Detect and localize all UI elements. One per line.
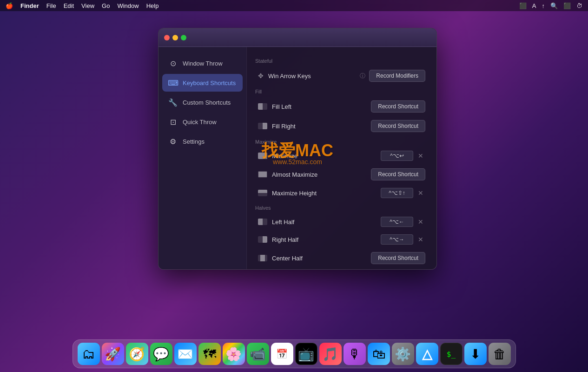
search-icon[interactable]: 🔍 xyxy=(550,2,558,9)
row-almost-maximize: Almost Maximize Record Shortcut xyxy=(254,165,429,184)
keyboard-shortcuts-icon: ⌨ xyxy=(168,78,178,88)
menu-icon-2[interactable]: A xyxy=(532,2,536,9)
right-half-clear-button[interactable]: ✕ xyxy=(416,235,425,244)
downloader-icon: ⬇ xyxy=(470,346,481,362)
sidebar-item-window-throw[interactable]: ⊙ Window Throw xyxy=(162,54,243,72)
dock: 🗂 🚀 🧭 💬 ✉️ 🗺 🌸 📹 📅 📺 🎵 🎙 🛍 ⚙️ △ $_ xyxy=(73,339,516,368)
dock-item-system-prefs[interactable]: ⚙️ xyxy=(392,343,414,365)
dock-item-calendar[interactable]: 📅 xyxy=(271,343,293,365)
sidebar-item-settings[interactable]: ⚙ Settings xyxy=(162,133,243,150)
dock-item-downloader[interactable]: ⬇ xyxy=(464,343,487,365)
dock-item-apple-tv[interactable]: 📺 xyxy=(295,343,317,365)
help-menu[interactable]: Help xyxy=(146,2,159,9)
maximize-shortcut-key: ^⌥↩ xyxy=(381,151,413,161)
apple-tv-icon: 📺 xyxy=(298,346,314,362)
system-prefs-icon: ⚙️ xyxy=(395,346,411,362)
dock-item-safari[interactable]: 🧭 xyxy=(126,343,148,365)
sidebar-label-settings: Settings xyxy=(183,138,205,145)
sidebar-label-window-throw: Window Throw xyxy=(183,60,223,67)
app-window: ⊙ Window Throw ⌨ Keyboard Shortcuts 🔧 Cu… xyxy=(158,28,437,270)
appstore-icon: 🛍 xyxy=(372,346,385,362)
menu-icon-5[interactable]: ⬛ xyxy=(563,2,571,9)
section-header-fill: Fill xyxy=(254,89,429,94)
maximize-label: Maximize xyxy=(272,153,381,159)
finder-menu[interactable]: Finder xyxy=(20,2,39,9)
close-button[interactable] xyxy=(164,35,170,40)
clock-icon[interactable]: ⏱ xyxy=(576,2,582,9)
almost-maximize-label: Almost Maximize xyxy=(272,171,371,178)
altair-icon: △ xyxy=(422,346,432,362)
right-half-icon xyxy=(258,236,267,243)
fill-left-record-button[interactable]: Record Shortcut xyxy=(371,100,425,113)
maximize-clear-button[interactable]: ✕ xyxy=(416,151,425,160)
dock-item-altair[interactable]: △ xyxy=(416,343,438,365)
calendar-icon: 📅 xyxy=(276,348,288,359)
file-menu[interactable]: File xyxy=(46,2,56,9)
main-content[interactable]: Stateful ✥ Win Arrow Keys ⓘ Record Modif… xyxy=(247,47,436,269)
win-arrow-keys-info-icon[interactable]: ⓘ xyxy=(360,72,365,80)
center-half-record-button[interactable]: Record Shortcut xyxy=(371,252,425,264)
section-header-stateful: Stateful xyxy=(254,58,429,64)
dock-item-appstore[interactable]: 🛍 xyxy=(368,343,390,365)
maximize-height-label: Maximize Height xyxy=(272,190,381,197)
row-maximize-height: Maximize Height ^⌥⇧↑ ✕ xyxy=(254,185,429,201)
dock-item-launchpad[interactable]: 🚀 xyxy=(102,343,124,365)
maximize-icon xyxy=(258,153,267,159)
maximize-button[interactable] xyxy=(181,35,186,40)
apple-menu[interactable]: 🍎 xyxy=(6,2,13,9)
menu-icon-1[interactable]: ⬛ xyxy=(519,2,527,9)
right-half-shortcut-display: ^⌥→ ✕ xyxy=(381,234,425,245)
dock-item-messages[interactable]: 💬 xyxy=(150,343,172,365)
minimize-button[interactable] xyxy=(172,35,178,40)
win-arrow-keys-label: Win Arrow Keys xyxy=(268,73,360,80)
window-menu[interactable]: Window xyxy=(117,2,139,9)
section-header-maximize: Maximize xyxy=(254,139,429,145)
menubar-right: ⬛ A ↑ 🔍 ⬛ ⏱ xyxy=(519,2,582,9)
music-icon: 🎵 xyxy=(322,346,338,362)
fill-left-icon xyxy=(258,103,267,110)
mail-icon: ✉️ xyxy=(177,346,193,362)
dock-item-terminal[interactable]: $_ xyxy=(440,343,462,365)
fill-right-record-button[interactable]: Record Shortcut xyxy=(371,120,425,132)
view-menu[interactable]: View xyxy=(81,2,94,9)
sidebar-item-keyboard-shortcuts[interactable]: ⌨ Keyboard Shortcuts xyxy=(162,74,243,92)
trash-icon: 🗑 xyxy=(493,346,506,362)
move-icon: ✥ xyxy=(258,72,264,80)
sidebar: ⊙ Window Throw ⌨ Keyboard Shortcuts 🔧 Cu… xyxy=(159,47,247,269)
row-maximize: Maximize ^⌥↩ ✕ xyxy=(254,147,429,164)
almost-maximize-record-button[interactable]: Record Shortcut xyxy=(371,168,425,180)
menu-icon-3[interactable]: ↑ xyxy=(542,2,545,9)
finder-icon: 🗂 xyxy=(82,346,95,362)
center-half-label: Center Half xyxy=(272,255,371,262)
center-half-icon xyxy=(258,255,267,261)
record-modifiers-button[interactable]: Record Modifiers xyxy=(369,70,425,82)
dock-item-mail[interactable]: ✉️ xyxy=(174,343,197,365)
window-body: ⊙ Window Throw ⌨ Keyboard Shortcuts 🔧 Cu… xyxy=(159,47,436,269)
terminal-icon: $_ xyxy=(447,350,456,359)
sidebar-item-custom-shortcuts[interactable]: 🔧 Custom Shortcuts xyxy=(162,93,243,111)
go-menu[interactable]: Go xyxy=(102,2,110,9)
dock-item-maps[interactable]: 🗺 xyxy=(198,343,221,365)
sidebar-item-quick-throw[interactable]: ⊡ Quick Throw xyxy=(162,113,243,131)
maximize-height-icon xyxy=(258,190,267,196)
maximize-height-clear-button[interactable]: ✕ xyxy=(416,188,425,198)
dock-item-podcasts[interactable]: 🎙 xyxy=(344,343,366,365)
row-win-arrow-keys: ✥ Win Arrow Keys ⓘ Record Modifiers xyxy=(254,66,429,85)
maximize-height-shortcut-display: ^⌥⇧↑ ✕ xyxy=(381,188,425,198)
quick-throw-icon: ⊡ xyxy=(168,117,178,127)
maximize-height-shortcut-key: ^⌥⇧↑ xyxy=(381,188,413,198)
dock-item-facetime[interactable]: 📹 xyxy=(247,343,269,365)
dock-item-trash[interactable]: 🗑 xyxy=(489,343,511,365)
row-top-half: Top Half ^⌥↑ ✕ xyxy=(254,268,429,269)
dock-item-finder[interactable]: 🗂 xyxy=(78,343,100,365)
title-bar xyxy=(159,28,436,47)
left-half-label: Left Half xyxy=(272,219,381,226)
dock-item-music[interactable]: 🎵 xyxy=(319,343,342,365)
menubar-left: 🍎 Finder File Edit View Go Window Help xyxy=(6,2,159,9)
settings-icon: ⚙ xyxy=(168,136,178,146)
left-half-clear-button[interactable]: ✕ xyxy=(416,217,425,226)
row-right-half: Right Half ^⌥→ ✕ xyxy=(254,231,429,248)
messages-icon: 💬 xyxy=(153,346,169,362)
edit-menu[interactable]: Edit xyxy=(64,2,74,9)
dock-item-photos[interactable]: 🌸 xyxy=(223,343,245,365)
